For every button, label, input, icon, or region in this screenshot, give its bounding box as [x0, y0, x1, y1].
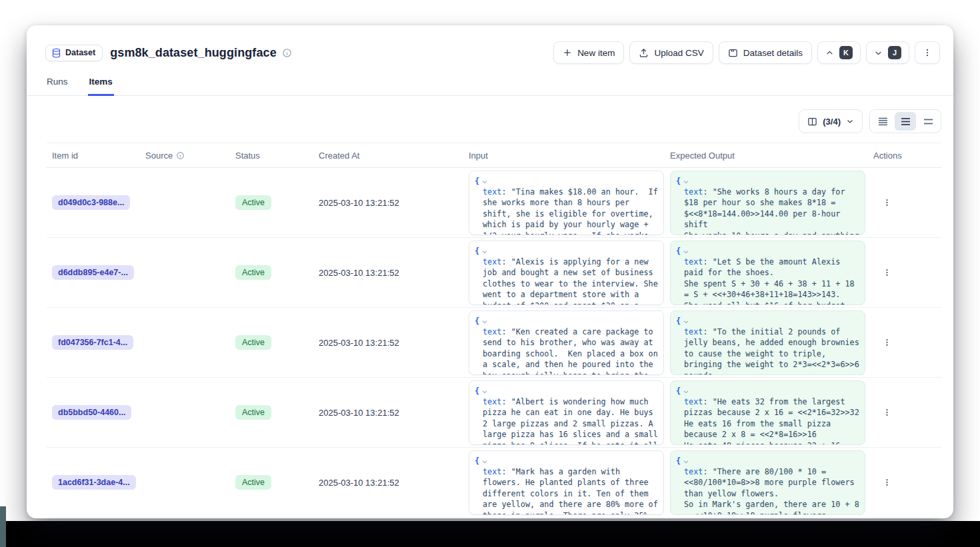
json-key: text — [483, 257, 501, 267]
expected-output-json-preview[interactable]: { text: "Let S be the amount Alexis paid… — [670, 241, 865, 305]
row-height-medium-icon — [901, 117, 911, 126]
collapse-chevron-icon[interactable] — [683, 388, 689, 395]
row-height-small-icon — [878, 117, 888, 126]
json-key: text — [684, 397, 703, 406]
plus-icon — [563, 48, 572, 57]
json-key: text — [684, 257, 703, 267]
collapse-chevron-icon[interactable] — [481, 318, 488, 325]
collapse-chevron-icon[interactable] — [481, 388, 488, 395]
column-header-source[interactable]: Source — [140, 151, 230, 161]
dataset-details-icon — [728, 48, 738, 58]
input-json-preview[interactable]: { text: "Ken created a care package to s… — [469, 310, 664, 375]
input-json-preview[interactable]: { text: "Tina makes $18.00 an hour. If s… — [469, 171, 664, 235]
actions-cell — [868, 265, 941, 280]
json-open-brace: { — [475, 456, 479, 466]
expected-output-json-preview[interactable]: { text: "She works 8 hours a day for $18… — [670, 171, 865, 235]
row-actions-button[interactable] — [879, 195, 895, 211]
next-item-button[interactable]: J — [866, 41, 909, 64]
table-row: d6ddb895-e4e7-... Active 2025-03-10 13:2… — [47, 238, 941, 308]
collapse-chevron-icon[interactable] — [481, 458, 488, 465]
column-header-input[interactable]: Input — [463, 151, 665, 161]
input-json-preview[interactable]: { text: "Mark has a garden with flowers.… — [469, 450, 664, 515]
column-header-item-id[interactable]: Item id — [47, 151, 140, 161]
dataset-page-card: Dataset gsm8k_dataset_huggingface New it… — [27, 25, 953, 518]
kebab-menu-icon — [923, 47, 932, 58]
row-height-small-button[interactable] — [872, 112, 893, 131]
column-header-created-at[interactable]: Created At — [313, 151, 463, 161]
item-id-badge[interactable]: fd047356-7fc1-4... — [52, 335, 133, 350]
column-header-status[interactable]: Status — [230, 151, 313, 161]
expected-output-json-preview[interactable]: { text: "There are 80/100 * 10 = <<80/10… — [670, 450, 865, 515]
json-key: text — [483, 397, 501, 406]
status-cell: Active — [230, 265, 313, 280]
new-item-button[interactable]: New item — [553, 41, 624, 64]
created-at-cell: 2025-03-10 13:21:52 — [313, 198, 463, 208]
collapse-chevron-icon[interactable] — [683, 179, 689, 185]
status-badge: Active — [235, 475, 271, 490]
actions-cell — [868, 404, 941, 420]
columns-selector-button[interactable]: (3/4) — [799, 109, 863, 133]
title-info-icon[interactable] — [282, 48, 292, 58]
item-id-badge[interactable]: d6ddb895-e4e7-... — [52, 265, 134, 280]
json-open-brace: { — [676, 246, 681, 257]
input-cell: { text: "Albert is wondering how much pi… — [463, 380, 665, 445]
tab-runs[interactable]: Runs — [45, 72, 69, 95]
input-cell: { text: "Alexis is applying for a new jo… — [463, 241, 665, 305]
column-header-expected-output[interactable]: Expected Output — [665, 151, 868, 161]
json-open-brace: { — [676, 456, 681, 466]
source-info-icon[interactable] — [176, 151, 185, 160]
input-cell: { text: "Tina makes $18.00 an hour. If s… — [463, 171, 665, 235]
created-at-cell: 2025-03-10 13:21:52 — [313, 268, 463, 278]
collapse-chevron-icon[interactable] — [683, 318, 689, 325]
dataset-details-button[interactable]: Dataset details — [719, 41, 812, 64]
row-actions-button[interactable] — [879, 334, 895, 350]
dataset-type-label: Dataset — [65, 48, 95, 57]
item-id-cell: d049d0c3-988e... — [47, 195, 140, 210]
table-header-row: Item id Source Status Created At Input E… — [47, 143, 941, 168]
items-table: Item id Source Status Created At Input E… — [47, 143, 941, 518]
input-cell: { text: "Ken created a care package to s… — [463, 310, 665, 375]
input-json-preview[interactable]: { text: "Albert is wondering how much pi… — [469, 380, 664, 445]
collapse-chevron-icon[interactable] — [481, 179, 488, 185]
json-open-brace: { — [676, 316, 681, 326]
table-row: 1acd6f31-3dae-4... Active 2025-03-10 13:… — [47, 448, 941, 518]
upload-csv-label: Upload CSV — [654, 48, 703, 58]
collapse-chevron-icon[interactable] — [683, 249, 689, 255]
expected-output-json-preview[interactable]: { text: "He eats 32 from the largest piz… — [670, 380, 865, 445]
expected-output-cell: { text: "She works 8 hours a day for $18… — [665, 171, 868, 235]
row-actions-button[interactable] — [879, 474, 895, 490]
row-height-large-button[interactable] — [917, 112, 939, 131]
chevron-down-icon — [874, 49, 883, 57]
status-badge: Active — [235, 195, 271, 210]
json-key: text — [483, 467, 501, 476]
column-header-actions: Actions — [868, 151, 941, 161]
kebab-menu-icon — [883, 477, 891, 488]
expected-output-cell: { text: "To the initial 2 pounds of jell… — [665, 310, 868, 375]
status-cell: Active — [230, 475, 313, 490]
page-header: Dataset gsm8k_dataset_huggingface New it… — [27, 25, 953, 69]
previous-item-button[interactable]: K — [817, 41, 861, 64]
new-item-label: New item — [577, 48, 615, 58]
json-key: text — [684, 467, 703, 476]
row-actions-button[interactable] — [879, 404, 895, 420]
created-at-cell: 2025-03-10 13:21:52 — [313, 478, 463, 488]
input-json-preview[interactable]: { text: "Alexis is applying for a new jo… — [469, 241, 664, 305]
item-id-badge[interactable]: d049d0c3-988e... — [52, 195, 130, 210]
dataset-type-badge: Dataset — [45, 45, 103, 61]
item-id-cell: db5bbd50-4460... — [47, 405, 140, 420]
item-id-badge[interactable]: db5bbd50-4460... — [52, 405, 131, 420]
backdrop-left-sliver — [0, 506, 6, 547]
expected-output-json-preview[interactable]: { text: "To the initial 2 pounds of jell… — [670, 310, 865, 375]
row-actions-button[interactable] — [879, 265, 895, 280]
tab-items[interactable]: Items — [88, 72, 114, 96]
collapse-chevron-icon[interactable] — [683, 458, 689, 465]
status-badge: Active — [235, 265, 271, 280]
item-id-cell: d6ddb895-e4e7-... — [47, 265, 140, 280]
status-badge: Active — [235, 405, 271, 420]
row-height-medium-button[interactable] — [895, 112, 916, 131]
more-options-button[interactable] — [915, 41, 940, 64]
collapse-chevron-icon[interactable] — [481, 249, 488, 255]
upload-csv-button[interactable]: Upload CSV — [629, 41, 713, 64]
item-id-badge[interactable]: 1acd6f31-3dae-4... — [52, 475, 136, 490]
json-open-brace: { — [475, 246, 479, 257]
